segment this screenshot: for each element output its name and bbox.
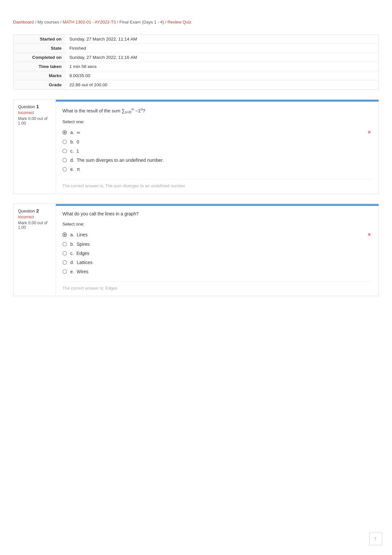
question-block-1: Question 1 Incorrect Mark 0.00 out of 1.… bbox=[13, 99, 379, 194]
info-row: State Finished bbox=[13, 44, 379, 53]
info-label: State bbox=[13, 44, 66, 53]
options-list: a.∞×b.0c.1d.The sum diverges to an undef… bbox=[62, 127, 372, 174]
select-one-label: Select one: bbox=[62, 222, 372, 227]
option-text: Lines bbox=[77, 232, 88, 237]
question-status: Incorrect bbox=[18, 110, 51, 115]
option-item[interactable]: a.∞× bbox=[62, 127, 372, 137]
info-row: Marks 8.00/35.00 bbox=[13, 71, 379, 80]
option-item[interactable]: e.Wires bbox=[62, 267, 372, 276]
question-content-2: What do you call the lines in a graph?Se… bbox=[56, 204, 379, 296]
info-row: Grade 22.86 out of 100.00 bbox=[13, 80, 379, 90]
question-label: Question 2 bbox=[18, 208, 51, 213]
option-text: Spires bbox=[77, 242, 90, 247]
correct-answer-text: The correct answer is: Edges bbox=[62, 281, 372, 291]
select-one-label: Select one: bbox=[62, 119, 372, 124]
info-value: Sunday, 27 March 2022, 11:16 AM bbox=[66, 53, 379, 62]
info-label: Started on bbox=[13, 35, 66, 44]
question-mark: Mark 0.00 out of 1.00 bbox=[18, 116, 51, 126]
breadcrumb-dashboard-link[interactable]: Dashboard bbox=[13, 20, 34, 25]
option-item[interactable]: e.π bbox=[62, 165, 372, 174]
question-text: What do you call the lines in a graph? bbox=[62, 211, 372, 216]
options-list: a.Lines×b.Spiresc.Edgesd.Latticese.Wires bbox=[62, 230, 372, 276]
info-label: Completed on bbox=[13, 53, 66, 62]
info-label: Time taken bbox=[13, 62, 66, 71]
radio-button[interactable] bbox=[62, 140, 67, 144]
question-sidebar-1: Question 1 Incorrect Mark 0.00 out of 1.… bbox=[13, 100, 56, 193]
option-text: π bbox=[77, 167, 80, 172]
option-letter: e. bbox=[70, 167, 74, 172]
option-letter: b. bbox=[70, 139, 74, 144]
question-mark: Mark 0.00 out of 1.00 bbox=[18, 221, 51, 230]
info-value: Sunday, 27 March 2022, 11:14 AM bbox=[66, 35, 379, 44]
info-row: Started on Sunday, 27 March 2022, 11:14 … bbox=[13, 35, 379, 44]
radio-button[interactable] bbox=[62, 242, 67, 246]
option-letter: d. bbox=[70, 260, 74, 265]
radio-button[interactable] bbox=[62, 167, 67, 172]
radio-button[interactable] bbox=[62, 232, 67, 237]
option-letter: e. bbox=[70, 269, 74, 274]
option-text: 1 bbox=[76, 148, 79, 154]
option-letter: c. bbox=[70, 251, 74, 256]
radio-button[interactable] bbox=[62, 149, 67, 153]
correct-answer-text: The correct answer is: The sum diverges … bbox=[62, 179, 372, 188]
option-letter: a. bbox=[70, 232, 74, 237]
option-letter: d. bbox=[70, 158, 74, 163]
option-letter: c. bbox=[70, 148, 74, 154]
info-row: Completed on Sunday, 27 March 2022, 11:1… bbox=[13, 53, 379, 62]
question-label: Question 1 bbox=[18, 104, 51, 109]
wrong-icon: × bbox=[368, 232, 371, 238]
option-item[interactable]: c.Edges bbox=[62, 249, 372, 258]
info-value: 22.86 out of 100.00 bbox=[66, 80, 379, 90]
breadcrumb: Dashboard / My courses / MATH 1302-01 - … bbox=[13, 20, 379, 25]
radio-button[interactable] bbox=[62, 251, 67, 256]
question-sidebar-2: Question 2 Incorrect Mark 0.00 out of 1.… bbox=[13, 204, 56, 296]
question-status: Incorrect bbox=[18, 215, 51, 219]
radio-button[interactable] bbox=[62, 269, 67, 274]
radio-button[interactable] bbox=[62, 260, 67, 265]
question-block-2: Question 2 Incorrect Mark 0.00 out of 1.… bbox=[13, 204, 379, 296]
option-item[interactable]: b.Spires bbox=[62, 240, 372, 249]
question-body: What do you call the lines in a graph?Se… bbox=[56, 206, 379, 296]
breadcrumb-review-link[interactable]: Review Quiz bbox=[168, 20, 191, 25]
option-text: Edges bbox=[76, 251, 90, 256]
breadcrumb-sep1: / My courses / bbox=[35, 20, 63, 25]
option-text: 0 bbox=[77, 139, 79, 144]
option-item[interactable]: d.The sum diverges to an undefined numbe… bbox=[62, 156, 372, 165]
info-table: Started on Sunday, 27 March 2022, 11:14 … bbox=[13, 34, 379, 90]
option-letter: a. bbox=[70, 130, 74, 135]
radio-button[interactable] bbox=[62, 130, 67, 135]
info-label: Marks bbox=[13, 71, 66, 80]
info-row: Time taken 1 min 58 secs bbox=[13, 62, 379, 71]
option-item[interactable]: b.0 bbox=[62, 137, 372, 146]
info-value: 8.00/35.00 bbox=[66, 71, 379, 80]
option-letter: b. bbox=[70, 242, 74, 247]
question-body: What is the result of the sum ∑n=0∞ −1n?… bbox=[56, 102, 379, 193]
option-text: ∞ bbox=[77, 130, 80, 135]
option-item[interactable]: c.1 bbox=[62, 146, 372, 156]
option-item[interactable]: a.Lines× bbox=[62, 230, 372, 240]
option-item[interactable]: d.Lattices bbox=[62, 258, 372, 267]
wrong-icon: × bbox=[368, 129, 371, 135]
info-value: Finished bbox=[66, 44, 379, 53]
option-text: Wires bbox=[77, 269, 89, 274]
option-text: Lattices bbox=[77, 260, 92, 265]
question-content-1: What is the result of the sum ∑n=0∞ −1n?… bbox=[56, 100, 379, 193]
breadcrumb-sep2: / Final Exam (Days 1 - 4) / bbox=[117, 20, 168, 25]
info-value: 1 min 58 secs bbox=[66, 62, 379, 71]
radio-button[interactable] bbox=[62, 158, 67, 162]
question-text: What is the result of the sum ∑n=0∞ −1n? bbox=[62, 107, 372, 114]
info-label: Grade bbox=[13, 80, 66, 90]
breadcrumb-course-link[interactable]: MATH 1302-01 - AY2022-T3 bbox=[63, 20, 116, 25]
option-text: The sum diverges to an undefined number. bbox=[77, 158, 164, 163]
